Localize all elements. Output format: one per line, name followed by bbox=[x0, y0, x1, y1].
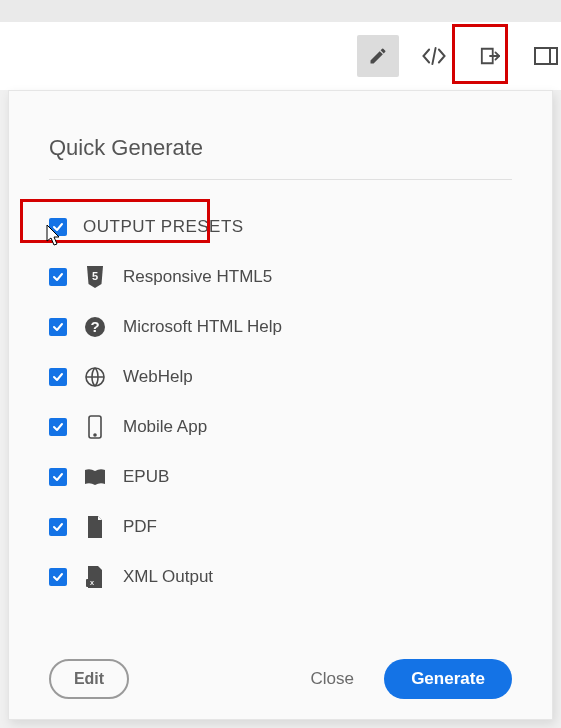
responsive-html5-checkbox[interactable] bbox=[49, 268, 67, 286]
svg-point-7 bbox=[94, 434, 96, 436]
preset-row-webhelp: WebHelp bbox=[49, 352, 512, 402]
output-presets-label: OUTPUT PRESETS bbox=[83, 217, 244, 237]
panel-tool-button[interactable] bbox=[525, 35, 561, 77]
file-icon bbox=[83, 515, 107, 539]
divider bbox=[49, 179, 512, 180]
edit-button[interactable]: Edit bbox=[49, 659, 129, 699]
quick-generate-panel: Quick Generate OUTPUT PRESETS 5 Responsi… bbox=[8, 90, 553, 720]
help-icon: ? bbox=[83, 315, 107, 339]
panel-title: Quick Generate bbox=[49, 135, 512, 161]
preset-label: WebHelp bbox=[123, 367, 193, 387]
preset-label: PDF bbox=[123, 517, 157, 537]
preset-row-mobile-app: Mobile App bbox=[49, 402, 512, 452]
mobile-icon bbox=[83, 415, 107, 439]
svg-rect-0 bbox=[535, 48, 557, 64]
source-tool-button[interactable] bbox=[413, 35, 455, 77]
xml-output-checkbox[interactable] bbox=[49, 568, 67, 586]
generate-button[interactable]: Generate bbox=[384, 659, 512, 699]
preset-label: Responsive HTML5 bbox=[123, 267, 272, 287]
author-tool-button[interactable] bbox=[357, 35, 399, 77]
preset-label: XML Output bbox=[123, 567, 213, 587]
preset-label: EPUB bbox=[123, 467, 169, 487]
html5-icon: 5 bbox=[83, 265, 107, 289]
svg-text:X: X bbox=[90, 580, 94, 586]
preset-row-epub: EPUB bbox=[49, 452, 512, 502]
master-preset-row: OUTPUT PRESETS bbox=[49, 202, 512, 252]
microsoft-html-help-checkbox[interactable] bbox=[49, 318, 67, 336]
svg-text:5: 5 bbox=[92, 270, 98, 282]
preset-row-pdf: PDF bbox=[49, 502, 512, 552]
export-tool-button[interactable] bbox=[469, 35, 511, 77]
svg-text:?: ? bbox=[90, 318, 99, 335]
preset-row-xml-output: X XML Output bbox=[49, 552, 512, 602]
epub-checkbox[interactable] bbox=[49, 468, 67, 486]
book-icon bbox=[83, 465, 107, 489]
preset-label: Mobile App bbox=[123, 417, 207, 437]
pdf-checkbox[interactable] bbox=[49, 518, 67, 536]
output-presets-checkbox[interactable] bbox=[49, 218, 67, 236]
mobile-app-checkbox[interactable] bbox=[49, 418, 67, 436]
close-button[interactable]: Close bbox=[311, 669, 354, 689]
top-toolbar bbox=[0, 22, 561, 90]
webhelp-checkbox[interactable] bbox=[49, 368, 67, 386]
preset-label: Microsoft HTML Help bbox=[123, 317, 282, 337]
preset-row-microsoft-html-help: ? Microsoft HTML Help bbox=[49, 302, 512, 352]
globe-icon bbox=[83, 365, 107, 389]
panel-footer: Edit Close Generate bbox=[49, 659, 512, 699]
xml-file-icon: X bbox=[83, 565, 107, 589]
preset-row-responsive-html5: 5 Responsive HTML5 bbox=[49, 252, 512, 302]
